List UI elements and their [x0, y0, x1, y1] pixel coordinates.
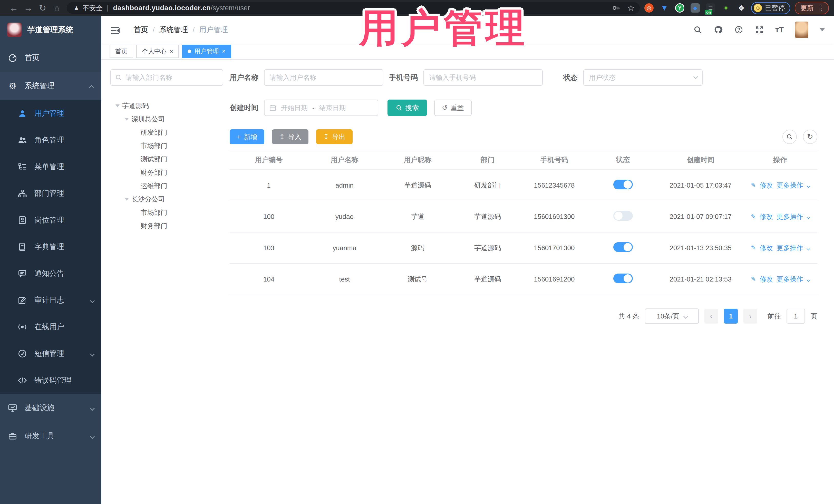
sidebar-item-menu-mgmt[interactable]: 菜单管理 — [0, 153, 101, 180]
breadcrumb-home[interactable]: 首页 — [134, 25, 148, 35]
status-toggle-off[interactable] — [613, 211, 633, 221]
sidebar-item-infrastructure[interactable]: 基础设施 — [0, 394, 101, 422]
sidebar-item-error-code[interactable]: 错误码管理 — [0, 367, 101, 394]
bookmark-star-icon[interactable]: ☆ — [627, 3, 635, 13]
tree-node[interactable]: 财务部门 — [110, 219, 223, 233]
tree-node[interactable]: 市场部门 — [110, 139, 223, 152]
refresh-table-button[interactable]: ↻ — [803, 130, 817, 144]
tree-caret-icon[interactable] — [125, 198, 129, 201]
sidebar-item-dict-mgmt[interactable]: 字典管理 — [0, 234, 101, 260]
extension-y-icon[interactable]: Y — [675, 3, 684, 13]
tree-node[interactable]: 测试部门 — [110, 152, 223, 166]
address-bar[interactable]: ▲ 不安全 | dashboard.yudao.iocoder.cn /syst… — [67, 2, 640, 14]
status-select[interactable]: 用户状态 — [583, 69, 703, 86]
sidebar-item-label: 错误码管理 — [35, 375, 72, 386]
close-icon[interactable]: × — [170, 48, 173, 55]
col-status: 状态 — [588, 155, 658, 165]
github-icon[interactable] — [714, 25, 723, 35]
sidebar-item-sms-mgmt[interactable]: 短信管理 — [0, 340, 101, 367]
chevron-down-icon[interactable] — [807, 244, 809, 252]
browser-update-button[interactable]: 更新 ⋮ — [795, 2, 829, 14]
font-size-icon[interactable]: ᴛT — [775, 25, 784, 34]
status-toggle-on[interactable] — [613, 242, 633, 252]
tab-profile[interactable]: 个人中心 × — [136, 45, 179, 58]
help-icon[interactable] — [734, 25, 743, 35]
add-button[interactable]: + 新增 — [230, 129, 264, 144]
tree-node[interactable]: 芋道源码 — [110, 99, 223, 112]
tab-user-mgmt[interactable]: 用户管理 × — [182, 45, 231, 58]
sidebar-item-post-mgmt[interactable]: 岗位管理 — [0, 207, 101, 234]
browser-forward-icon[interactable]: → — [21, 3, 36, 13]
more-actions-link[interactable]: 更多操作 — [776, 212, 803, 221]
tree-node[interactable]: 长沙分公司 — [110, 193, 223, 206]
browser-home-icon[interactable]: ⌂ — [50, 3, 64, 13]
edit-link[interactable]: 修改 — [760, 181, 773, 190]
chevron-down-icon[interactable] — [807, 275, 809, 283]
more-actions-link[interactable]: 更多操作 — [776, 181, 803, 190]
chevron-down-icon[interactable] — [807, 181, 809, 190]
search-icon[interactable] — [693, 25, 702, 35]
key-icon[interactable] — [612, 4, 620, 12]
browser-back-icon[interactable]: ← — [7, 3, 21, 13]
more-actions-link[interactable]: 更多操作 — [776, 243, 803, 253]
extensions-puzzle-icon[interactable]: ❖ — [737, 3, 746, 13]
sidebar-item-home[interactable]: 首页 — [0, 44, 101, 72]
edit-link[interactable]: 修改 — [760, 212, 773, 221]
sidebar-item-role-mgmt[interactable]: 角色管理 — [0, 127, 101, 153]
breadcrumb-system[interactable]: 系统管理 — [159, 25, 188, 35]
goto-page-input[interactable] — [787, 309, 805, 324]
more-actions-link[interactable]: 更多操作 — [776, 275, 803, 284]
sidebar-item-online-users[interactable]: 在线用户 — [0, 313, 101, 340]
sidebar-item-system[interactable]: ⚙ 系统管理 — [0, 72, 101, 100]
status-toggle-on[interactable] — [613, 273, 633, 283]
dept-search-box[interactable] — [110, 69, 223, 86]
date-range-picker[interactable]: 开始日期 - 结束日期 — [264, 100, 378, 116]
export-button[interactable]: ↧ 导出 — [316, 129, 353, 144]
tree-caret-icon[interactable] — [115, 105, 119, 107]
not-secure-label[interactable]: 不安全 — [83, 4, 103, 13]
show-search-toggle-button[interactable] — [783, 130, 797, 144]
prev-page-button[interactable]: ‹ — [704, 309, 718, 324]
close-icon[interactable]: × — [222, 48, 225, 55]
sidebar-item-audit-log[interactable]: 审计日志 — [0, 287, 101, 313]
extension-ubuntu-icon[interactable]: ◎ — [644, 3, 654, 13]
tree-caret-icon[interactable] — [125, 118, 129, 120]
app-logo-row[interactable]: 芋道管理系统 — [0, 16, 101, 44]
sidebar-item-user-mgmt[interactable]: 用户管理 — [0, 100, 101, 127]
search-button-label: 搜索 — [405, 104, 419, 112]
sidebar-item-notice[interactable]: 通知公告 — [0, 260, 101, 287]
dept-search-input[interactable] — [126, 74, 219, 82]
collapse-sidebar-icon[interactable] — [110, 25, 120, 34]
upload-icon: ↥ — [279, 133, 285, 140]
browser-menu-kebab-icon[interactable]: ⋮ — [818, 4, 825, 12]
sidebar-item-dept-mgmt[interactable]: 部门管理 — [0, 180, 101, 207]
tab-home[interactable]: 首页 — [110, 45, 133, 58]
chevron-down-icon[interactable] — [807, 213, 809, 221]
import-button[interactable]: ↥ 导入 — [272, 129, 308, 144]
browser-reload-icon[interactable]: ↻ — [36, 3, 50, 13]
extension-colorpicker-icon[interactable]: ✦ — [721, 3, 730, 13]
edit-link[interactable]: 修改 — [760, 243, 773, 253]
tree-node[interactable]: 研发部门 — [110, 126, 223, 139]
tree-node[interactable]: 深圳总公司 — [110, 112, 223, 126]
browser-profile-paused[interactable]: ☺ 已暂停 — [751, 2, 790, 14]
sidebar-item-dev-tools[interactable]: 研发工具 — [0, 422, 101, 450]
mobile-input[interactable] — [423, 69, 543, 86]
edit-link[interactable]: 修改 — [760, 275, 773, 284]
user-avatar[interactable] — [795, 22, 808, 38]
current-page-button[interactable]: 1 — [724, 309, 738, 324]
username-input[interactable] — [264, 69, 383, 86]
tree-node[interactable]: 市场部门 — [110, 206, 223, 219]
page-size-select[interactable]: 10条/页 — [645, 308, 699, 324]
tree-node[interactable]: 财务部门 — [110, 166, 223, 179]
status-toggle-on[interactable] — [613, 180, 633, 190]
fullscreen-icon[interactable] — [755, 25, 764, 35]
tree-node[interactable]: 运维部门 — [110, 179, 223, 193]
next-page-button[interactable]: › — [743, 309, 757, 324]
extension-drive-icon[interactable]: ▼ — [660, 3, 669, 13]
search-button[interactable]: 搜索 — [388, 100, 427, 116]
avatar-caret-icon[interactable] — [820, 28, 825, 31]
reset-button[interactable]: ↺ 重置 — [434, 100, 471, 116]
extension-adblock-icon[interactable]: ☰on — [706, 3, 715, 13]
extension-grid-icon[interactable]: ◆ — [690, 3, 700, 13]
